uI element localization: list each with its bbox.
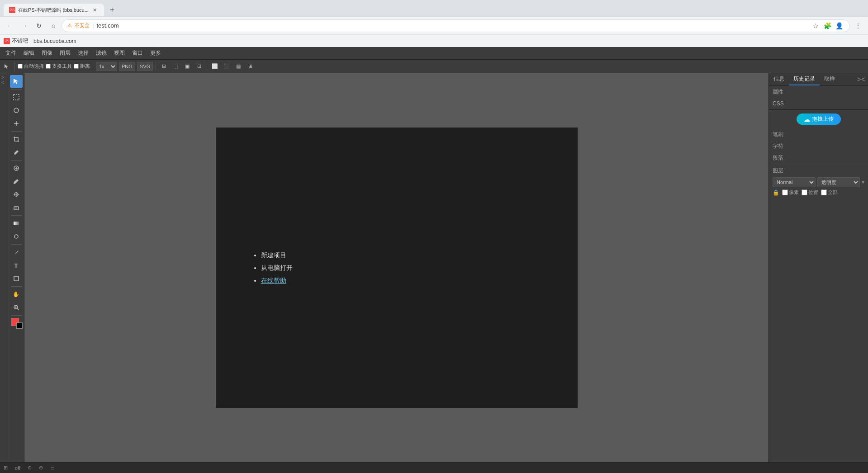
lock-all-check[interactable] bbox=[821, 189, 827, 195]
address-bar[interactable]: ⚠ 不安全 | test.com ☆ 🧩 👤 bbox=[62, 19, 850, 32]
menu-image[interactable]: 图像 bbox=[38, 48, 56, 58]
transform-btn-4[interactable]: ⊞ bbox=[245, 61, 255, 71]
status-circle-icon[interactable]: ⊙ bbox=[28, 465, 32, 471]
reload-button[interactable]: ↻ bbox=[33, 19, 45, 32]
layout-btn-4[interactable]: ⊡ bbox=[194, 61, 204, 71]
status-bar: ⊞ off ⊙ ⊕ ☰ bbox=[0, 462, 868, 473]
lasso-tool-btn[interactable] bbox=[10, 104, 23, 117]
extensions-button[interactable]: 🧩 bbox=[822, 21, 832, 31]
auto-select-checkbox[interactable] bbox=[18, 64, 23, 69]
browser-tab-active[interactable]: PS 在线PS-不错吧源码 (bbs.bucu... ✕ bbox=[4, 4, 104, 16]
gradient-btn[interactable] bbox=[10, 217, 23, 230]
zoom-select[interactable]: 1x2x0.5x bbox=[96, 62, 117, 71]
list-item-new: 新建项目 bbox=[261, 249, 293, 261]
svg-btn[interactable]: SVG bbox=[137, 62, 153, 71]
panel-row-attr[interactable]: 属性 bbox=[769, 86, 868, 98]
app-wrapper: 文件 编辑 图像 图层 选择 滤镜 视图 窗口 更多 自动选择 支换工具 距离 … bbox=[0, 47, 868, 473]
distance-checkbox[interactable] bbox=[74, 64, 79, 69]
toolbar-select-tool-btn[interactable] bbox=[2, 61, 12, 71]
brush-tool-btn[interactable] bbox=[10, 175, 23, 188]
background-color[interactable] bbox=[16, 322, 23, 329]
menu-edit[interactable]: 编辑 bbox=[20, 48, 38, 58]
layer-mode-select[interactable]: Normal Multiply Screen Overlay bbox=[773, 177, 816, 187]
text-tool-btn[interactable]: T bbox=[10, 259, 23, 272]
profile-button[interactable]: 👤 bbox=[834, 21, 844, 31]
toolbar-sep-1 bbox=[14, 62, 15, 71]
eraser-btn[interactable] bbox=[10, 201, 23, 214]
clone-stamp-btn[interactable] bbox=[10, 188, 23, 201]
tool-sep-6 bbox=[11, 286, 22, 287]
svg-rect-17 bbox=[14, 276, 19, 281]
transform-btn-1[interactable]: ⬜ bbox=[210, 61, 220, 71]
layers-lock-row: 🔒 像素 位置 全部 bbox=[773, 188, 864, 197]
tab-samples[interactable]: 取样 bbox=[820, 73, 840, 85]
upload-button[interactable]: ☁ 拖拽上传 bbox=[797, 114, 841, 125]
menu-filter[interactable]: 滤镜 bbox=[92, 48, 110, 58]
dodge-tool-btn[interactable] bbox=[10, 230, 23, 243]
magic-wand-btn[interactable] bbox=[10, 117, 23, 130]
svg-point-16 bbox=[14, 235, 18, 238]
menu-layer[interactable]: 图层 bbox=[56, 48, 74, 58]
tab-close-button[interactable]: ✕ bbox=[91, 6, 99, 14]
distance-label[interactable]: 距离 bbox=[74, 63, 90, 70]
svg-rect-15 bbox=[14, 222, 19, 225]
bookmark-star-button[interactable]: ☆ bbox=[811, 21, 821, 31]
back-button[interactable]: ← bbox=[4, 19, 16, 32]
canvas-area[interactable]: 新建项目 从电脑打开 在线帮助 bbox=[24, 73, 768, 462]
toolbar-sep-2 bbox=[93, 62, 93, 71]
panel-row-css[interactable]: CSS bbox=[769, 98, 868, 109]
menu-more[interactable]: 更多 bbox=[147, 48, 165, 58]
new-tab-button[interactable]: + bbox=[106, 4, 119, 16]
transform-btn-2[interactable]: ⬛ bbox=[222, 61, 232, 71]
left-panel-collapse-btn[interactable]: >< bbox=[0, 75, 8, 85]
menu-view[interactable]: 视图 bbox=[110, 48, 128, 58]
menu-select[interactable]: 选择 bbox=[74, 48, 92, 58]
switch-tool-checkbox[interactable] bbox=[46, 64, 51, 69]
svg-rect-0 bbox=[14, 95, 19, 100]
hand-tool-btn[interactable]: ✋ bbox=[10, 288, 23, 301]
layout-btn-1[interactable]: ⊞ bbox=[159, 61, 169, 71]
rect-select-btn[interactable] bbox=[10, 91, 23, 104]
shape-tool-btn[interactable] bbox=[10, 272, 23, 285]
lock-position-checkbox[interactable]: 位置 bbox=[802, 189, 818, 196]
layer-opacity-select[interactable]: 透明度 bbox=[817, 177, 860, 187]
png-btn[interactable]: PNG bbox=[119, 62, 135, 71]
move-tool-btn[interactable] bbox=[10, 75, 23, 88]
status-plus-icon[interactable]: ⊕ bbox=[39, 465, 43, 471]
canvas-content: 新建项目 从电脑打开 在线帮助 bbox=[252, 249, 293, 287]
lock-pixel-check[interactable] bbox=[782, 189, 788, 195]
panel-collapse-btn[interactable]: >< bbox=[854, 73, 868, 85]
switch-tool-label[interactable]: 支换工具 bbox=[46, 63, 72, 70]
lock-position-check[interactable] bbox=[802, 189, 807, 195]
more-options-button[interactable]: ⋮ bbox=[852, 19, 864, 32]
home-button[interactable]: ⌂ bbox=[47, 19, 60, 32]
heal-tool-btn[interactable] bbox=[10, 162, 23, 175]
color-swatches[interactable] bbox=[10, 317, 23, 330]
lock-pixel-checkbox[interactable]: 像素 bbox=[782, 189, 799, 196]
status-menu-icon[interactable]: ☰ bbox=[50, 465, 55, 471]
status-grid-icon[interactable]: ⊞ bbox=[4, 465, 8, 471]
zoom-tool-btn[interactable] bbox=[10, 301, 23, 314]
menu-file[interactable]: 文件 bbox=[2, 48, 20, 58]
tab-history[interactable]: 历史记录 bbox=[789, 73, 820, 85]
menu-window[interactable]: 窗口 bbox=[128, 48, 147, 58]
bookmark-bucuoba[interactable]: 不 不错吧 bbox=[4, 37, 28, 45]
crop-tool-btn[interactable] bbox=[10, 133, 23, 146]
tab-info[interactable]: 信息 bbox=[769, 73, 789, 85]
bookmark-bbs[interactable]: bbs.bucuoba.com bbox=[33, 38, 76, 44]
list-item-help[interactable]: 在线帮助 bbox=[261, 274, 293, 287]
panel-row-char[interactable]: 字符 bbox=[769, 140, 868, 152]
lock-all-checkbox[interactable]: 全部 bbox=[821, 189, 838, 196]
transform-btn-3[interactable]: ▤ bbox=[233, 61, 243, 71]
canvas-inner: 新建项目 从电脑打开 在线帮助 bbox=[216, 128, 578, 408]
main-area: >< bbox=[0, 73, 868, 462]
auto-select-label[interactable]: 自动选择 bbox=[18, 63, 44, 70]
layout-btn-3[interactable]: ▣ bbox=[182, 61, 192, 71]
eyedropper-btn[interactable] bbox=[10, 146, 23, 159]
online-help-link[interactable]: 在线帮助 bbox=[261, 277, 286, 284]
panel-row-brush[interactable]: 笔刷 bbox=[769, 128, 868, 140]
panel-row-para[interactable]: 段落 bbox=[769, 152, 868, 164]
forward-button[interactable]: → bbox=[18, 19, 31, 32]
pen-tool-btn[interactable] bbox=[10, 246, 23, 259]
layout-btn-2[interactable]: ⬚ bbox=[171, 61, 180, 71]
